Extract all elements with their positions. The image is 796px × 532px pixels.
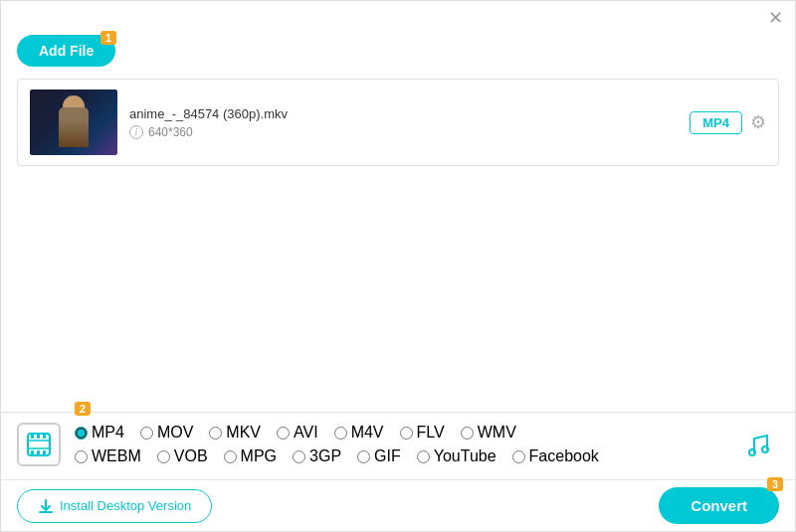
convert-button-wrap: 3 Convert [659, 487, 779, 524]
radio-mpg[interactable] [224, 450, 237, 463]
format-option-youtube[interactable]: YouTube [417, 447, 497, 465]
svg-rect-6 [43, 450, 46, 455]
radio-3gp[interactable] [293, 450, 305, 463]
label-wmv: WMV [478, 424, 516, 442]
format-option-webm[interactable]: WEBM [75, 447, 141, 465]
music-icon [735, 423, 779, 466]
radio-facebook[interactable] [512, 450, 525, 463]
toolbar: Add File 1 [1, 31, 795, 79]
badge-2: 2 [75, 402, 91, 416]
label-mpg: MPG [241, 447, 277, 465]
svg-rect-1 [31, 434, 34, 439]
label-mov: MOV [157, 424, 193, 442]
thumb-figure [59, 107, 89, 147]
label-avi: AVI [294, 424, 318, 442]
radio-gif[interactable] [357, 450, 370, 463]
format-selector-bar: 2 MP4 MOV MKV AVI M4V [1, 412, 795, 476]
file-item: anime_-_84574 (360p).mkv i 640*360 MP4 ⚙ [18, 80, 778, 165]
radio-vob[interactable] [157, 450, 170, 463]
thumbnail-image [30, 89, 117, 155]
radio-webm[interactable] [75, 450, 88, 463]
file-actions: MP4 ⚙ [690, 111, 766, 134]
label-mkv: MKV [226, 424, 261, 442]
radio-mkv[interactable] [209, 427, 222, 440]
format-option-m4v[interactable]: M4V [334, 424, 384, 442]
label-3gp: 3GP [309, 447, 341, 465]
settings-button[interactable]: ⚙ [750, 111, 766, 133]
format-option-gif[interactable]: GIF [357, 447, 401, 465]
file-meta: i 640*360 [129, 125, 678, 139]
format-option-mpg[interactable]: MPG [224, 447, 277, 465]
format-option-vob[interactable]: VOB [157, 447, 208, 465]
convert-button[interactable]: Convert [659, 487, 779, 524]
label-mp4: MP4 [92, 424, 124, 442]
file-resolution: 640*360 [148, 125, 193, 139]
label-youtube: YouTube [434, 447, 497, 465]
label-vob: VOB [174, 447, 208, 465]
svg-rect-4 [31, 450, 34, 455]
download-icon [38, 498, 54, 514]
format-option-wmv[interactable]: WMV [461, 424, 516, 442]
svg-rect-5 [37, 450, 40, 455]
format-row-1: MP4 MOV MKV AVI M4V FLV [75, 424, 725, 442]
radio-youtube[interactable] [417, 450, 430, 463]
radio-wmv[interactable] [461, 427, 474, 440]
title-bar: ✕ [1, 1, 795, 31]
format-option-3gp[interactable]: 3GP [293, 447, 341, 465]
format-option-mp4[interactable]: MP4 [75, 424, 124, 442]
film-icon [17, 423, 61, 466]
svg-point-10 [762, 446, 768, 452]
install-label: Install Desktop Version [60, 498, 191, 513]
radio-mp4[interactable] [75, 427, 88, 440]
badge-1: 1 [100, 31, 116, 45]
label-flv: FLV [417, 424, 445, 442]
radio-m4v[interactable] [334, 427, 347, 440]
footer: Install Desktop Version 3 Convert [1, 479, 795, 531]
radio-avi[interactable] [277, 427, 290, 440]
radio-mov[interactable] [140, 427, 153, 440]
format-row-2: WEBM VOB MPG 3GP GIF YouTube [75, 447, 725, 465]
format-option-flv[interactable]: FLV [400, 424, 445, 442]
format-badge-button[interactable]: MP4 [690, 111, 742, 134]
format-options-container: 2 MP4 MOV MKV AVI M4V [75, 424, 725, 465]
label-m4v: M4V [351, 424, 384, 442]
svg-rect-3 [43, 434, 46, 439]
install-desktop-button[interactable]: Install Desktop Version [17, 489, 212, 523]
file-thumbnail [30, 89, 117, 155]
label-gif: GIF [374, 447, 401, 465]
file-name: anime_-_84574 (360p).mkv [129, 106, 678, 121]
format-option-avi[interactable]: AVI [277, 424, 318, 442]
format-option-mov[interactable]: MOV [140, 424, 193, 442]
svg-point-9 [749, 449, 755, 455]
file-info: anime_-_84574 (360p).mkv i 640*360 [117, 106, 690, 139]
info-icon: i [129, 125, 143, 139]
badge-3: 3 [767, 477, 783, 491]
radio-flv[interactable] [400, 427, 413, 440]
label-webm: WEBM [92, 447, 141, 465]
file-list: anime_-_84574 (360p).mkv i 640*360 MP4 ⚙ [17, 79, 779, 166]
label-facebook: Facebook [529, 447, 599, 465]
close-button[interactable]: ✕ [768, 9, 783, 27]
svg-rect-2 [37, 434, 40, 439]
format-option-mkv[interactable]: MKV [209, 424, 261, 442]
format-option-facebook[interactable]: Facebook [512, 447, 599, 465]
